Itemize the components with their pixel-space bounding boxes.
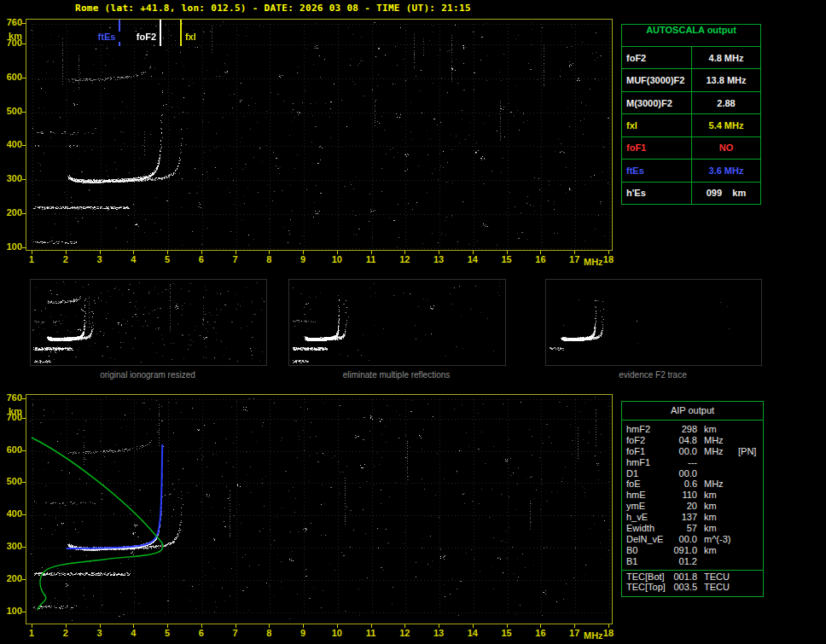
- aip-row-label: B1: [626, 556, 637, 567]
- aip-row-value: 0.6: [666, 479, 697, 490]
- bottom-ionogram-plot: [26, 394, 613, 624]
- x-tick-label: 5: [159, 254, 176, 264]
- top-ionogram-canvas: [26, 20, 612, 250]
- aip-row-value: 00.0: [666, 468, 697, 479]
- x-axis-tick: [371, 624, 372, 628]
- x-axis-tick: [236, 624, 236, 628]
- aip-row-unit: MHz: [704, 435, 724, 446]
- aip-row: ymE20km: [622, 501, 763, 512]
- x-axis-unit-label: MHz: [584, 630, 603, 641]
- x-axis-tick: [439, 251, 439, 254]
- x-tick-label: 5: [159, 628, 176, 638]
- aip-row-label: hmE: [626, 490, 646, 501]
- x-tick-label: 15: [498, 254, 515, 264]
- y-tick-label: 100: [2, 241, 22, 252]
- aip-row-value: 001.8: [666, 571, 697, 583]
- top-ionogram-plot: [26, 19, 613, 251]
- aip-row-value: 003.5: [666, 582, 697, 593]
- autoscala-row: M(3000)F22.88: [622, 92, 760, 114]
- x-tick-label: 11: [363, 254, 380, 264]
- aip-row-value: 57: [666, 523, 697, 534]
- x-axis-tick: [66, 251, 67, 254]
- aip-row: B101.2: [622, 556, 763, 567]
- panel-caption-original: original ionogram resized: [30, 370, 265, 380]
- x-tick-label: 9: [294, 254, 311, 264]
- x-tick-label: 7: [227, 254, 244, 264]
- aip-row-label: foF1: [626, 446, 645, 457]
- panel-caption-eliminate: eliminate multiple reflections: [288, 370, 504, 380]
- y-axis-unit-label: km: [2, 31, 22, 41]
- aip-row-label: ymE: [626, 501, 645, 512]
- x-axis-tick: [269, 624, 270, 628]
- x-axis-tick: [473, 624, 474, 628]
- y-axis-tick: [22, 112, 26, 113]
- autoscala-row-label: foF1: [622, 137, 692, 159]
- y-axis-unit-label: km: [2, 406, 22, 416]
- y-axis-tick: [22, 482, 26, 483]
- x-tick-label: 17: [566, 628, 583, 638]
- aip-row-value: 137: [666, 512, 697, 523]
- fxl-marker-line: [180, 20, 182, 46]
- y-axis-tick: [22, 612, 26, 612]
- autoscala-row-label: fxl: [622, 114, 692, 136]
- x-axis-tick: [201, 624, 202, 628]
- y-tick-label: 600: [2, 72, 22, 82]
- x-axis-tick: [404, 251, 405, 254]
- aip-row-value: 091.0: [666, 545, 697, 556]
- x-tick-label: 10: [329, 628, 346, 638]
- aip-row-label: foE: [626, 479, 641, 490]
- x-axis-tick: [66, 624, 67, 628]
- aip-row: B0091.0km: [622, 545, 763, 556]
- autoscala-row-value: 099 km: [692, 183, 760, 204]
- aip-row: TEC[Top]003.5TECU: [622, 582, 763, 593]
- y-axis-tick: [22, 78, 26, 78]
- aip-row: hmE110km: [622, 490, 763, 501]
- ftEs-marker-label: ftEs: [76, 32, 115, 42]
- y-tick-label: 300: [2, 173, 22, 183]
- x-tick-label: 7: [227, 628, 244, 638]
- y-tick-label: 760: [2, 392, 22, 403]
- aip-row-unit: km: [704, 501, 717, 512]
- aip-row: hmF1---: [622, 457, 763, 468]
- autoscala-row: h'Es099 km: [622, 183, 760, 204]
- y-axis-tick: [22, 514, 26, 515]
- autoscala-output-table: AUTOSCALA output foF24.8 MHzMUF(3000)F21…: [621, 24, 761, 205]
- x-tick-label: 9: [294, 628, 311, 638]
- x-axis-tick: [303, 251, 304, 254]
- x-tick-label: 8: [260, 254, 277, 264]
- fxl-marker-label: fxl: [185, 32, 196, 42]
- x-tick-label: 17: [566, 254, 583, 264]
- panel-eliminate-canvas: [289, 280, 505, 365]
- autoscala-row-value: 5.4 MHz: [692, 114, 760, 136]
- foF2-marker-label: foF2: [117, 32, 156, 42]
- x-axis-tick: [507, 624, 508, 628]
- x-axis-tick: [473, 251, 474, 254]
- y-axis-tick: [22, 450, 26, 451]
- autoscala-row-value: 3.6 MHz: [692, 160, 760, 181]
- x-axis-tick: [574, 624, 575, 628]
- aip-row-value: 20: [666, 501, 697, 512]
- aip-row: foF100.0MHz[PN]: [622, 446, 763, 457]
- y-axis-tick: [22, 247, 26, 248]
- y-axis-tick: [22, 547, 26, 548]
- aip-row-label: D1: [626, 468, 638, 479]
- aip-row-label: TEC[Top]: [626, 582, 666, 593]
- panel-original-canvas: [31, 280, 266, 365]
- x-axis-tick: [269, 251, 270, 254]
- aip-row: hmF2298km: [622, 424, 763, 435]
- aip-row: TEC[Bot]001.8TECU: [622, 570, 763, 583]
- autoscala-table-rows: foF24.8 MHzMUF(3000)F213.8 MHzM(3000)F22…: [622, 47, 760, 204]
- x-axis-tick: [507, 251, 508, 254]
- x-tick-label: 6: [193, 628, 210, 638]
- aip-row-value: 00.0: [666, 534, 697, 545]
- y-tick-label: 760: [2, 17, 22, 27]
- y-tick-label: 600: [2, 444, 22, 455]
- bottom-ionogram-canvas: [26, 395, 612, 624]
- panel-evidence-canvas: [546, 280, 761, 365]
- aip-row-unit: MHz: [704, 446, 724, 457]
- autoscala-row-value: 2.88: [692, 92, 760, 113]
- aip-table-rows: hmF2298kmfoF204.8MHzfoF100.0MHz[PN]hmF1-…: [622, 424, 763, 593]
- aip-row-label: B0: [626, 545, 637, 556]
- x-tick-label: 4: [125, 628, 142, 638]
- x-tick-label: 6: [193, 254, 210, 264]
